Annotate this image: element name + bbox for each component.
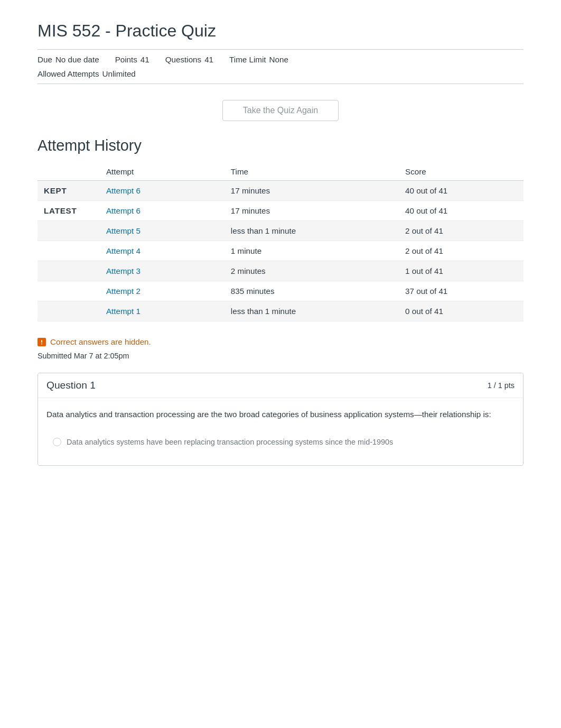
score-cell: 40 out of 41 bbox=[399, 201, 523, 221]
answer-text-1: Data analytics systems have been replaci… bbox=[67, 437, 393, 447]
meta-points: Points 41 bbox=[115, 55, 149, 64]
meta-time-limit: Time Limit None bbox=[229, 55, 288, 64]
score-cell: 1 out of 41 bbox=[399, 261, 523, 281]
attempt-link[interactable]: Attempt 3 bbox=[106, 266, 141, 275]
allowed-attempts-value: Unlimited bbox=[102, 69, 136, 78]
attempt-link[interactable]: Attempt 2 bbox=[106, 287, 141, 296]
attempt-link-cell[interactable]: Attempt 1 bbox=[100, 301, 225, 321]
question-number: Question 1 bbox=[46, 380, 96, 391]
attempt-link-cell[interactable]: Attempt 4 bbox=[100, 241, 225, 261]
badge-cell bbox=[38, 261, 100, 281]
attempt-link-cell[interactable]: Attempt 6 bbox=[100, 181, 225, 201]
badge-cell bbox=[38, 301, 100, 321]
due-value: No due date bbox=[55, 55, 99, 64]
table-row: Attempt 1less than 1 minute0 out of 41 bbox=[38, 301, 523, 321]
points-label: Points bbox=[115, 55, 137, 64]
warning-icon bbox=[38, 338, 46, 346]
score-cell: 2 out of 41 bbox=[399, 221, 523, 241]
col-header-attempt: Attempt bbox=[100, 163, 225, 181]
attempt-history-title: Attempt History bbox=[38, 137, 523, 154]
time-limit-value: None bbox=[269, 55, 288, 64]
quiz-title: MIS 552 - Practice Quiz bbox=[38, 21, 523, 41]
attempt-link-cell[interactable]: Attempt 6 bbox=[100, 201, 225, 221]
badge-cell bbox=[38, 241, 100, 261]
due-label: Due bbox=[38, 55, 52, 64]
correct-answers-notice: Correct answers are hidden. bbox=[38, 337, 523, 346]
score-cell: 37 out of 41 bbox=[399, 281, 523, 301]
radio-button bbox=[53, 438, 61, 446]
attempt-link-cell[interactable]: Attempt 5 bbox=[100, 221, 225, 241]
score-cell: 2 out of 41 bbox=[399, 241, 523, 261]
score-cell: 0 out of 41 bbox=[399, 301, 523, 321]
table-row: Attempt 5less than 1 minute2 out of 41 bbox=[38, 221, 523, 241]
answer-option-1: Data analytics systems have been replaci… bbox=[46, 431, 515, 453]
table-row: KEPTAttempt 617 minutes40 out of 41 bbox=[38, 181, 523, 201]
attempt-link[interactable]: Attempt 5 bbox=[106, 226, 141, 235]
meta-questions: Questions 41 bbox=[165, 55, 213, 64]
attempt-link[interactable]: Attempt 1 bbox=[106, 307, 141, 316]
table-header-row: Attempt Time Score bbox=[38, 163, 523, 181]
time-cell: less than 1 minute bbox=[225, 221, 399, 241]
allowed-attempts-label: Allowed Attempts bbox=[38, 69, 99, 78]
badge-cell: KEPT bbox=[38, 181, 100, 201]
attempt-link-cell[interactable]: Attempt 3 bbox=[100, 261, 225, 281]
time-cell: 1 minute bbox=[225, 241, 399, 261]
time-cell: 2 minutes bbox=[225, 261, 399, 281]
question-header: Question 1 1 / 1 pts bbox=[38, 373, 523, 398]
correct-answers-text: Correct answers are hidden. bbox=[50, 337, 151, 346]
time-cell: 835 minutes bbox=[225, 281, 399, 301]
take-quiz-section: Take the Quiz Again bbox=[38, 100, 523, 121]
time-cell: 17 minutes bbox=[225, 181, 399, 201]
question-card-1: Question 1 1 / 1 pts Data analytics and … bbox=[38, 373, 523, 466]
question-points: 1 / 1 pts bbox=[488, 381, 515, 390]
attempt-link[interactable]: Attempt 4 bbox=[106, 246, 141, 255]
take-quiz-button[interactable]: Take the Quiz Again bbox=[222, 100, 339, 121]
svg-rect-0 bbox=[41, 340, 42, 343]
time-cell: less than 1 minute bbox=[225, 301, 399, 321]
points-value: 41 bbox=[141, 55, 149, 64]
col-header-badge bbox=[38, 163, 100, 181]
score-cell: 40 out of 41 bbox=[399, 181, 523, 201]
quiz-meta-bar: Due No due date Points 41 Questions 41 T… bbox=[38, 49, 523, 84]
badge-cell bbox=[38, 221, 100, 241]
col-header-score: Score bbox=[399, 163, 523, 181]
questions-value: 41 bbox=[204, 55, 213, 64]
table-row: Attempt 2835 minutes37 out of 41 bbox=[38, 281, 523, 301]
table-row: Attempt 32 minutes1 out of 41 bbox=[38, 261, 523, 281]
col-header-time: Time bbox=[225, 163, 399, 181]
attempt-history-table: Attempt Time Score KEPTAttempt 617 minut… bbox=[38, 163, 523, 321]
table-row: Attempt 41 minute2 out of 41 bbox=[38, 241, 523, 261]
questions-label: Questions bbox=[165, 55, 201, 64]
question-text: Data analytics and transaction processin… bbox=[46, 409, 515, 421]
badge-cell bbox=[38, 281, 100, 301]
meta-due: Due No due date bbox=[38, 55, 99, 64]
badge-cell: LATEST bbox=[38, 201, 100, 221]
time-cell: 17 minutes bbox=[225, 201, 399, 221]
svg-rect-1 bbox=[41, 343, 42, 344]
time-limit-label: Time Limit bbox=[229, 55, 266, 64]
table-row: LATESTAttempt 617 minutes40 out of 41 bbox=[38, 201, 523, 221]
question-body: Data analytics and transaction processin… bbox=[38, 398, 523, 465]
attempt-link[interactable]: Attempt 6 bbox=[106, 206, 141, 215]
meta-allowed-attempts: Allowed Attempts Unlimited bbox=[38, 69, 136, 78]
submitted-text: Submitted Mar 7 at 2:05pm bbox=[38, 352, 523, 360]
attempt-link[interactable]: Attempt 6 bbox=[106, 186, 141, 195]
attempt-link-cell[interactable]: Attempt 2 bbox=[100, 281, 225, 301]
